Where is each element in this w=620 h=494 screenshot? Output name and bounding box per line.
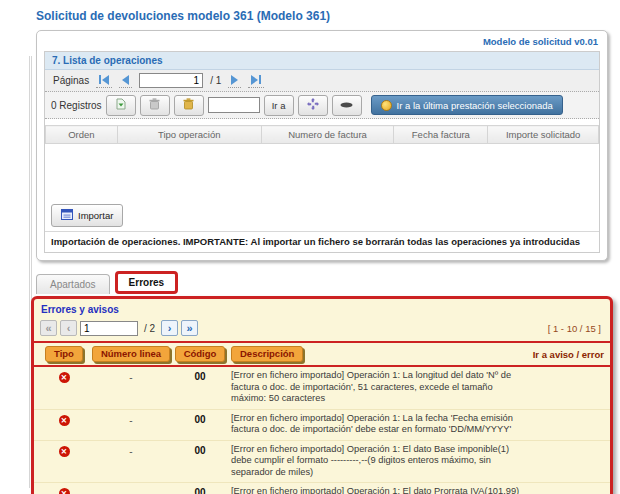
records-count-label: 0 Registros (51, 100, 102, 111)
col-orden: Orden (46, 126, 118, 144)
page: Solicitud de devoluciones modelo 361 (Mo… (0, 0, 620, 494)
errors-panel: Errores y avisos « ‹ / 2 › » [ 1 - 10 / … (31, 296, 613, 494)
col-numero-factura: Numero de factura (261, 126, 394, 144)
error-descripcion: [Error en fichero importado] Operación 1… (227, 444, 527, 479)
error-linea: - (89, 486, 173, 494)
pages-label: Páginas (53, 75, 89, 86)
page-title: Solicitud de devoluciones modelo 361 (Mo… (36, 9, 608, 23)
col-importe-solicitado: Importe solicitado (488, 126, 599, 144)
page-total-label: / 1 (210, 75, 221, 86)
collapse-button[interactable] (332, 95, 362, 116)
error-codigo: 00 (173, 444, 227, 456)
col-tipo-operacion: Tipo operación (117, 126, 261, 144)
operations-table-empty-body (45, 144, 599, 198)
move-record-button[interactable] (298, 95, 328, 116)
import-row-icon (115, 98, 127, 112)
error-icon: ✕ (59, 415, 70, 426)
tab-apartados[interactable]: Apartados (36, 274, 110, 294)
goto-last-selected-button[interactable]: Ir a la última prestación seleccionada (371, 95, 563, 115)
error-descripcion: [Error en fichero importado] Operación 1… (227, 370, 527, 405)
error-linea: - (89, 444, 173, 457)
goto-record-button[interactable]: Ir a (264, 95, 294, 116)
errors-range-label: [ 1 - 10 / 15 ] (548, 323, 601, 334)
import-button-label: Importar (78, 210, 113, 221)
first-page-icon[interactable] (96, 74, 112, 88)
add-record-button[interactable] (106, 95, 136, 116)
model-version-label: Modelo de solicitud v0.01 (46, 36, 598, 47)
col-codigo-badge: Código (175, 346, 226, 362)
error-descripcion: [Error en fichero importado] Operación 1… (227, 486, 527, 494)
errors-page-input[interactable] (80, 321, 138, 336)
errors-page-total-label: / 2 (144, 323, 155, 334)
error-row: ✕ - 00 [Error en fichero importado] Oper… (34, 440, 610, 483)
trash-icon (149, 98, 160, 112)
error-row: ✕ - 00 [Error en fichero importado] Oper… (34, 409, 610, 440)
error-linea: - (89, 370, 173, 383)
errors-next-page-button[interactable]: › (161, 320, 178, 336)
col-fecha-factura: Fecha factura (394, 126, 488, 144)
operations-inner-panel: 7. Lista de operaciones Páginas / 1 0 Re… (44, 51, 600, 253)
tab-errores[interactable]: Errores (115, 271, 179, 294)
import-warning-note: Importación de operaciones. IMPORTANTE: … (45, 231, 599, 252)
error-codigo: 00 (173, 413, 227, 425)
import-file-icon (61, 209, 73, 222)
collapse-icon (340, 100, 353, 111)
col-ir-a-aviso-error: Ir a aviso / error (527, 349, 605, 360)
error-icon: ✕ (59, 488, 70, 494)
goto-record-input[interactable] (208, 97, 260, 113)
goto-last-selected-label: Ir a la última prestación seleccionada (397, 100, 553, 111)
import-button[interactable]: Importar (51, 204, 123, 227)
delete-all-button[interactable] (174, 95, 204, 116)
last-page-icon[interactable] (248, 74, 264, 88)
col-numero-linea-badge: Número linea (92, 346, 170, 362)
move-arrows-icon (307, 98, 319, 112)
trash-amber-icon (183, 98, 194, 112)
error-icon: ✕ (59, 446, 70, 457)
error-descripcion: [Error en fichero importado] Operación 1… (227, 413, 527, 436)
errors-table-header: Tipo Número linea Código Descripción Ir … (34, 341, 610, 367)
error-row: ✕ - 00 [Error en fichero importado] Oper… (34, 482, 610, 494)
error-linea: - (89, 413, 173, 426)
records-toolbar: 0 Registros Ir a (45, 92, 599, 119)
errors-prev-page-button[interactable]: ‹ (60, 320, 77, 336)
error-row: ✕ - 00 [Error en fichero importado] Oper… (34, 367, 610, 409)
error-icon: ✕ (59, 372, 70, 383)
import-row: Importar (45, 198, 599, 231)
operations-table-header-row: Orden Tipo operación Numero de factura F… (46, 126, 599, 144)
operations-table: Orden Tipo operación Numero de factura F… (45, 125, 599, 144)
tab-bar: Apartados Errores (36, 270, 608, 294)
errors-panel-title: Errores y avisos (34, 299, 610, 317)
col-tipo-badge: Tipo (45, 346, 83, 362)
error-codigo: 00 (173, 486, 227, 494)
errors-pagination: « ‹ / 2 › » [ 1 - 10 / 15 ] (34, 317, 610, 341)
errors-last-page-button[interactable]: » (181, 320, 198, 336)
prev-page-icon[interactable] (119, 74, 132, 88)
last-selected-coin-icon (381, 100, 392, 111)
delete-record-button[interactable] (140, 95, 170, 116)
next-page-icon[interactable] (228, 74, 241, 88)
main-content: Solicitud de devoluciones modelo 361 (Mo… (36, 6, 608, 494)
page-number-input[interactable] (139, 73, 203, 88)
pages-pagination-bar: Páginas / 1 (45, 70, 599, 92)
col-descripcion-badge: Descripción (231, 346, 303, 362)
errors-first-page-button[interactable]: « (40, 320, 57, 336)
error-codigo: 00 (173, 370, 227, 382)
operations-panel: Modelo de solicitud v0.01 7. Lista de op… (36, 30, 608, 261)
section-header: 7. Lista de operaciones (45, 52, 599, 70)
